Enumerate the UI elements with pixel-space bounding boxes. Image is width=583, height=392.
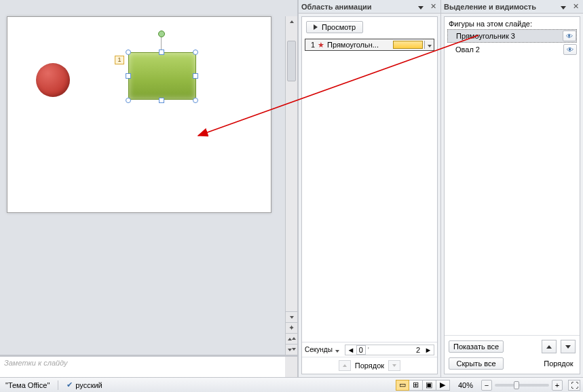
- preview-button[interactable]: Просмотр: [306, 21, 363, 33]
- selection-pane-title: Выделение и видимость: [444, 3, 556, 11]
- selection-pane: Выделение и видимость ✕ Фигуры на этом с…: [440, 0, 583, 377]
- seconds-label: Секунды: [305, 346, 333, 353]
- slide[interactable]: 1: [7, 16, 271, 213]
- pane-menu-icon[interactable]: [559, 3, 568, 11]
- resize-handle[interactable]: [159, 98, 164, 103]
- selection-order-label: Порядок: [542, 359, 576, 368]
- spellcheck-icon: ✔: [67, 380, 73, 389]
- view-normal-button[interactable]: ▭: [396, 380, 409, 391]
- visibility-toggle[interactable]: 👁: [563, 31, 576, 41]
- hide-all-button[interactable]: Скрыть все: [449, 357, 504, 370]
- resize-handle[interactable]: [126, 50, 131, 55]
- resize-handle[interactable]: [126, 98, 131, 103]
- pane-close-icon[interactable]: ✕: [428, 2, 438, 11]
- scroll-up-button[interactable]: [286, 16, 297, 27]
- view-slideshow-button[interactable]: ▶: [436, 380, 450, 391]
- order-up-button[interactable]: [339, 360, 351, 371]
- timeline-zero: 0: [356, 345, 366, 355]
- timeline-two: 2: [413, 346, 423, 354]
- resize-handle[interactable]: [193, 98, 198, 103]
- resize-handle[interactable]: [193, 50, 198, 55]
- scroll-thumb[interactable]: [287, 41, 296, 81]
- view-buttons: ▭ ⊞ ▣ ▶: [396, 380, 450, 391]
- pane-menu-icon[interactable]: [416, 3, 426, 11]
- animation-item-duration-bar[interactable]: [393, 41, 423, 49]
- visibility-toggle[interactable]: 👁: [563, 44, 577, 55]
- status-bar: "Тема Office" ✔ русский ▭ ⊞ ▣ ▶ 40% − + …: [0, 377, 583, 392]
- status-theme[interactable]: "Тема Office": [3, 381, 52, 389]
- play-icon: [314, 24, 318, 30]
- timeline-left-button[interactable]: ◄: [347, 346, 355, 354]
- shape-rectangle[interactable]: [128, 52, 196, 100]
- zoom-percent[interactable]: 40%: [455, 381, 476, 389]
- selection-item-label: Овал 2: [455, 45, 561, 54]
- star-icon: ★: [316, 41, 326, 50]
- notes-placeholder: Заметки к слайду: [4, 359, 68, 367]
- resize-handle[interactable]: [193, 73, 198, 79]
- move-down-button[interactable]: [561, 340, 576, 353]
- timeline-ruler[interactable]: ◄ 0 ' 2 ►: [345, 345, 434, 355]
- order-label: Порядок: [355, 361, 384, 370]
- resize-handle[interactable]: [126, 73, 131, 79]
- animation-item-name: Прямоугольн...: [326, 41, 393, 49]
- animation-item-dropdown[interactable]: [424, 41, 434, 49]
- zoom-in-button[interactable]: +: [552, 380, 563, 391]
- selection-pane-heading: Фигуры на этом слайде:: [445, 17, 580, 29]
- shape-oval[interactable]: [36, 63, 70, 97]
- animation-list-item[interactable]: 1 ★ Прямоугольн...: [305, 39, 434, 51]
- seconds-dropdown[interactable]: [335, 346, 342, 354]
- vertical-scrollbar[interactable]: ✦: [285, 16, 297, 355]
- zoom-slider-knob[interactable]: [514, 381, 519, 389]
- view-reading-button[interactable]: ▣: [423, 380, 436, 391]
- zoom-out-button[interactable]: −: [481, 380, 492, 391]
- animation-pane-title: Область анимации: [301, 3, 413, 11]
- animation-item-index: 1: [305, 41, 316, 49]
- view-sorter-button[interactable]: ⊞: [409, 380, 423, 391]
- show-all-button[interactable]: Показать все: [449, 340, 504, 353]
- next-slide-button[interactable]: [286, 344, 297, 355]
- fit-to-window-button[interactable]: ⛶: [568, 380, 580, 391]
- animation-tag[interactable]: 1: [115, 56, 124, 64]
- order-down-button[interactable]: [388, 360, 400, 371]
- zoom-slider[interactable]: [495, 384, 549, 387]
- selection-item-oval[interactable]: Овал 2 👁: [447, 43, 577, 56]
- animation-pane: Область анимации ✕ Просмотр 1 ★ Прямоуго…: [298, 0, 440, 377]
- selection-item-rectangle[interactable]: Прямоугольник 3 👁: [447, 29, 577, 43]
- prev-slide-button[interactable]: ✦: [286, 322, 297, 333]
- selection-item-label: Прямоугольник 3: [456, 32, 560, 40]
- pane-close-icon[interactable]: ✕: [571, 2, 580, 11]
- scroll-down-button[interactable]: [286, 311, 297, 322]
- resize-handle[interactable]: [159, 50, 164, 55]
- prev-slide-button[interactable]: [286, 333, 297, 344]
- slide-canvas-area[interactable]: 1 ✦: [0, 0, 297, 355]
- timeline-right-button[interactable]: ►: [424, 346, 432, 354]
- preview-button-label: Просмотр: [322, 23, 356, 31]
- rotate-handle[interactable]: [158, 31, 165, 37]
- status-language[interactable]: ✔ русский: [64, 380, 105, 389]
- notes-area[interactable]: Заметки к слайду: [0, 355, 285, 377]
- move-up-button[interactable]: [542, 340, 557, 353]
